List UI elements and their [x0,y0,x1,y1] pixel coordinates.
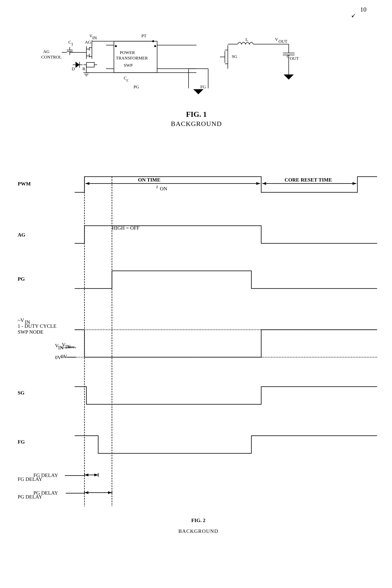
svg-text:SWP NODE: SWP NODE [18,329,44,335]
svg-text:ON TIME: ON TIME [138,177,160,183]
svg-text:SWP: SWP [124,63,132,68]
svg-text:PG: PG [18,276,25,282]
svg-text:V: V [89,33,92,38]
fig1-container: .circuit text { font-family: 'Times New … [39,12,354,122]
svg-text:C: C [124,75,127,80]
svg-text:FG: FG [18,439,25,445]
fig1-label: FIG. 1 BACKGROUND [171,110,222,128]
fig2-container: .td text { font-family: 'Times New Roman… [16,161,381,569]
svg-point-51 [152,40,154,42]
svg-text:AG: AG [43,49,50,54]
svg-point-47 [154,45,156,47]
svg-text:t: t [156,184,158,190]
svg-text:L: L [246,37,248,42]
page: 10 ↙ .circuit text { font-family: 'Times… [0,0,392,588]
svg-marker-127 [84,491,88,494]
svg-text:CORE RESET TIME: CORE RESET TIME [284,177,332,183]
svg-text:PWM: PWM [18,181,31,187]
svg-marker-102 [352,182,356,185]
svg-text:~V: ~V [18,317,24,323]
svg-text:SG: SG [232,54,237,59]
svg-text:TRANSFORMER: TRANSFORMER [116,55,148,60]
svg-marker-120 [84,474,88,476]
svg-text:AG: AG [85,40,91,44]
ref-number: 10 [360,6,366,13]
svg-text:OUT: OUT [278,39,288,44]
svg-marker-128 [108,491,112,494]
svg-marker-98 [86,182,89,185]
svg-marker-74 [284,75,294,79]
svg-text:PT: PT [142,33,146,38]
svg-text:FG DELAY: FG DELAY [34,472,58,478]
svg-text:POWER: POWER [120,50,135,55]
svg-text:C: C [68,40,71,44]
svg-marker-20 [76,62,80,68]
svg-text:0V: 0V [55,355,61,360]
svg-text:R: R [82,66,86,71]
svg-text:OUT: OUT [290,56,299,61]
svg-marker-80 [194,89,203,94]
circuit-diagram: .circuit text { font-family: 'Times New … [39,12,354,122]
svg-text:c: c [126,77,128,82]
svg-text:SG: SG [18,390,24,396]
timing-diagram: .td text { font-family: 'Times New Roman… [16,161,381,569]
svg-text:V: V [275,37,278,42]
svg-point-46 [115,45,117,47]
svg-marker-99 [256,182,260,185]
svg-text:AG: AG [18,232,25,238]
svg-text:FIG. 2: FIG. 2 [191,518,206,523]
svg-text:D: D [72,66,75,71]
svg-marker-121 [94,474,98,476]
svg-text:CONTROL: CONTROL [41,54,62,59]
svg-marker-101 [262,182,266,185]
svg-text:FG: FG [200,84,206,89]
svg-text:PG: PG [134,84,139,89]
svg-text:PG DELAY: PG DELAY [34,490,58,496]
svg-text:IN: IN [92,35,97,40]
svg-text:1 - DUTY CYCLE: 1 - DUTY CYCLE [18,323,56,329]
svg-text:0V: 0V [61,354,67,359]
svg-rect-26 [86,62,94,67]
svg-text:ON: ON [160,186,167,192]
svg-text:BACKGROUND: BACKGROUND [178,528,218,534]
svg-text:1: 1 [71,42,73,46]
